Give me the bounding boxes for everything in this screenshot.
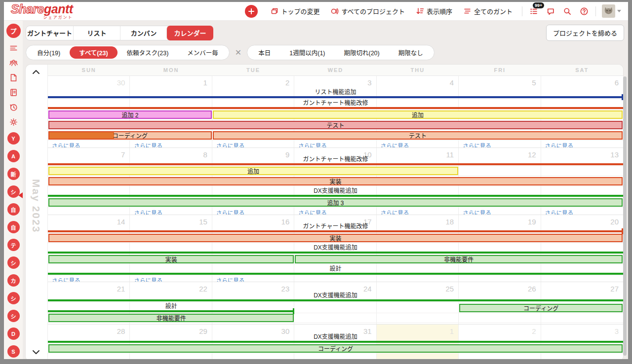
- scope-filter-pill[interactable]: メンバー毎: [178, 45, 228, 60]
- see-more-link[interactable]: さらに見る: [298, 142, 327, 148]
- project-avatar[interactable]: D: [7, 328, 20, 340]
- task-bar[interactable]: 非機能要件: [48, 314, 294, 322]
- scope-filter-pill[interactable]: すべて(23): [70, 46, 117, 59]
- help-button[interactable]: [580, 7, 589, 16]
- see-more-link[interactable]: さらに見る: [216, 142, 245, 148]
- task-line[interactable]: [48, 96, 623, 98]
- see-more-link[interactable]: さらに見る: [463, 142, 491, 148]
- see-more-link[interactable]: さらに見る: [545, 209, 574, 215]
- see-more-link[interactable]: さらに見る: [381, 142, 409, 148]
- task-line[interactable]: [48, 273, 623, 275]
- task-bar[interactable]: 追加 3: [48, 198, 623, 207]
- project-avatar[interactable]: カ: [7, 274, 20, 287]
- app-header: Sharegantt シェアガント トップの変更すべてのプロジェクト表示順序全て…: [4, 2, 628, 21]
- sidebar-gear-button[interactable]: [9, 117, 18, 127]
- see-more-link[interactable]: さらに見る: [52, 142, 80, 148]
- task-line[interactable]: [48, 341, 623, 343]
- scope-filter-pill[interactable]: 依頼タスク(23): [118, 45, 178, 60]
- see-more-link[interactable]: さらに見る: [134, 276, 162, 282]
- task-line[interactable]: [48, 310, 294, 312]
- header-actions: 99+: [529, 7, 589, 16]
- close-project-button[interactable]: プロジェクトを締める: [546, 25, 624, 41]
- sidebar-menu-button[interactable]: [9, 43, 18, 53]
- calendar-week-3: 14151617181920ガントチャート機能改修実装DX支援機能追加実装非機能…: [48, 215, 623, 282]
- active-project-pointer: [18, 192, 23, 198]
- project-avatar[interactable]: 新: [7, 168, 20, 180]
- task-bar[interactable]: 追加 2: [48, 110, 212, 119]
- due-filter-pill[interactable]: 期限なし: [389, 45, 433, 60]
- project-avatar[interactable]: テ: [7, 239, 20, 251]
- task-bar[interactable]: 実装: [48, 255, 294, 263]
- day-header-wed: WED: [294, 65, 376, 75]
- see-more-link[interactable]: さらに見る: [463, 209, 491, 215]
- see-more-link[interactable]: さらに見る: [52, 276, 80, 282]
- due-filter-pill[interactable]: 本日: [249, 45, 280, 60]
- project-avatar[interactable]: A: [7, 150, 20, 162]
- task-bar[interactable]: 追加: [213, 110, 623, 119]
- history-icon: [9, 103, 18, 112]
- project-avatar[interactable]: シ: [7, 310, 20, 322]
- see-more-link[interactable]: さらに見る: [216, 209, 245, 215]
- scrollbar[interactable]: [623, 76, 627, 356]
- checklist-button[interactable]: 99+: [529, 7, 538, 16]
- see-more-link[interactable]: さらに見る: [381, 209, 409, 215]
- task-line[interactable]: [48, 230, 623, 232]
- task-bar[interactable]: 実装: [48, 177, 623, 185]
- task-bar[interactable]: コーディング: [48, 344, 623, 353]
- task-bar[interactable]: 非機能要件: [295, 255, 623, 263]
- task-bar[interactable]: テスト: [48, 121, 623, 129]
- scroll-up-chevron[interactable]: [32, 69, 40, 75]
- nav-item-window[interactable]: トップの変更: [270, 6, 319, 16]
- task-bar[interactable]: コーディング: [459, 304, 623, 312]
- nav-item-gantt-list[interactable]: 全てのガント: [463, 6, 513, 16]
- project-avatar[interactable]: シ: [7, 256, 20, 269]
- project-avatar[interactable]: S: [7, 345, 20, 358]
- tab-ガントチャート[interactable]: ガントチャート: [26, 26, 73, 40]
- task-bar[interactable]: テスト: [213, 131, 623, 140]
- sidebar-history-button[interactable]: [9, 103, 18, 112]
- see-more-link[interactable]: さらに見る: [216, 276, 245, 282]
- task-bar[interactable]: コーディング: [48, 131, 212, 140]
- sidebar-document-button[interactable]: [9, 73, 18, 82]
- task-line[interactable]: [48, 163, 623, 165]
- see-more-link[interactable]: さらに見る: [134, 142, 162, 148]
- tab-カレンダー[interactable]: カレンダー: [166, 26, 213, 40]
- due-filter-pill[interactable]: 期限切れ(20): [335, 45, 389, 60]
- task-line[interactable]: [48, 107, 623, 109]
- see-more-link[interactable]: さらに見る: [298, 209, 327, 215]
- task-row: 実装非機能要件: [48, 255, 623, 264]
- chat-button[interactable]: [546, 7, 555, 16]
- project-avatar[interactable]: シ: [7, 292, 20, 304]
- sidebar-team-button[interactable]: [9, 58, 18, 68]
- project-avatar[interactable]: 自: [7, 203, 20, 216]
- clear-filter-icon[interactable]: ✕: [235, 49, 241, 57]
- workspace-avatar[interactable]: プ: [6, 24, 21, 38]
- task-line[interactable]: [48, 252, 623, 254]
- see-more-link[interactable]: さらに見る: [134, 209, 162, 215]
- task-line[interactable]: [48, 299, 623, 301]
- nav-item-projects[interactable]: すべてのプロジェクト: [330, 6, 405, 16]
- task-label: ガントチャート機能改修: [48, 223, 623, 230]
- task-bar[interactable]: 実装: [48, 234, 623, 242]
- project-avatar[interactable]: 自: [7, 221, 20, 233]
- chevron-up-icon: [32, 69, 40, 75]
- search-button[interactable]: [563, 7, 572, 16]
- sort-icon: [416, 7, 424, 15]
- scroll-down-chevron[interactable]: [32, 349, 40, 355]
- sidebar-notebook-button[interactable]: [9, 88, 18, 97]
- user-avatar[interactable]: [602, 4, 621, 18]
- see-more-link[interactable]: さらに見る: [545, 142, 574, 148]
- task-bar[interactable]: 追加: [48, 167, 458, 175]
- add-button[interactable]: [245, 5, 258, 18]
- tab-カンバン[interactable]: カンバン: [120, 26, 167, 40]
- tab-リスト[interactable]: リスト: [73, 26, 120, 40]
- task-label: テスト: [409, 131, 427, 140]
- task-rows: ガントチャート機能改修実装DX支援機能追加実装非機能要件設計さらに見るさらに見る…: [48, 223, 623, 282]
- logo[interactable]: Sharegantt シェアガント: [11, 3, 73, 20]
- due-filter-pill[interactable]: 1週間以内(1): [280, 45, 334, 60]
- nav-item-sort[interactable]: 表示順序: [416, 6, 452, 16]
- project-avatar[interactable]: シ: [7, 185, 20, 198]
- project-avatar[interactable]: Y: [7, 132, 20, 145]
- scope-filter-pill[interactable]: 自分(19): [28, 45, 70, 60]
- task-line[interactable]: [48, 195, 623, 197]
